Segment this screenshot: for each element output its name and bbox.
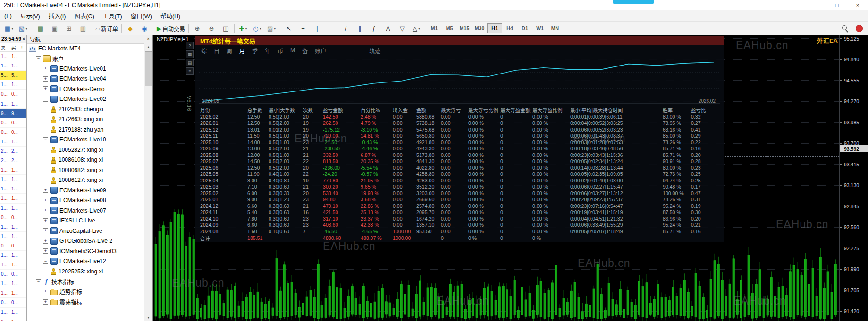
tree-item-10[interactable]: 10052827: xing xi	[27, 145, 144, 155]
tree-item-7[interactable]: 2172663: xing xin	[27, 115, 144, 125]
stats-tab-9[interactable]: 账户	[315, 47, 326, 55]
trendline-button[interactable]: /	[338, 23, 353, 34]
timeframe-h1-button[interactable]: H1	[487, 23, 502, 33]
timeframe-h4-button[interactable]: H4	[502, 23, 517, 33]
menu-item-3[interactable]: 图表(C)	[70, 10, 98, 21]
horizontal-line-button[interactable]: —	[324, 23, 338, 34]
tree-item-12[interactable]: 10080682: xing xi	[27, 165, 144, 175]
menu-item-5[interactable]: 窗口(W)	[126, 10, 156, 21]
text-button[interactable]: A	[381, 23, 395, 34]
chart-area[interactable]: MT4统计每一笔交易 综日周月季年币M备账户轨迹 2024.08 2026.02…	[153, 34, 868, 321]
tree-item-13[interactable]: 10086127: xing xi	[27, 175, 144, 186]
expand-icon[interactable]: +	[43, 218, 48, 223]
tree-item-1[interactable]: −账户	[27, 54, 144, 64]
expand-icon[interactable]: +	[43, 208, 48, 213]
expand-icon[interactable]: +	[43, 248, 48, 254]
chart-mini-button-0[interactable]: ?	[186, 42, 194, 49]
restore-button[interactable]: □	[826, 0, 847, 10]
shapes-button[interactable]: △▾	[409, 23, 423, 34]
auto-trading-button[interactable]: ▶自动交易	[155, 23, 187, 34]
market-watch-row[interactable]: 0...0...	[0, 128, 26, 137]
collapse-icon[interactable]: −	[36, 279, 41, 284]
market-watch-row[interactable]: 2...2...	[0, 156, 26, 165]
stats-tab-0[interactable]: 综	[201, 47, 207, 55]
navigator-close-icon[interactable]: ×	[147, 36, 150, 41]
menu-item-6[interactable]: 帮助(H)	[156, 10, 185, 21]
market-watch-row[interactable]: 0...0...	[0, 270, 26, 279]
market-watch-row[interactable]: 1...1...	[0, 288, 26, 298]
chart-mini-button-2[interactable]: ▤	[186, 59, 194, 66]
tree-item-17[interactable]: +IEXSLLC-Live	[27, 216, 144, 226]
tree-item-21[interactable]: −ECMarkets-Live12	[27, 256, 144, 267]
tree-item-6[interactable]: 2102583: chengxi	[27, 104, 144, 115]
data-window-button[interactable]: ▣	[48, 23, 62, 34]
new-order-button[interactable]: ▱新订单	[93, 23, 120, 34]
market-watch-row[interactable]: 0...0...	[0, 213, 26, 222]
stats-tab-6[interactable]: 币	[278, 47, 283, 55]
fibonacci-button[interactable]: ƒ	[367, 23, 381, 34]
tile-windows-button[interactable]: ◫	[219, 23, 233, 34]
market-watch-row[interactable]: 1...1...	[0, 308, 26, 317]
new-chart-button[interactable]: ▦▾	[2, 23, 16, 34]
arrows-button[interactable]: ▽	[395, 23, 409, 34]
timeframe-m5-button[interactable]: M5	[442, 23, 457, 33]
expand-icon[interactable]: +	[43, 239, 48, 244]
tree-item-20[interactable]: +ICMarketsSC-Demo03	[27, 246, 144, 256]
menu-item-0[interactable]: (F)	[0, 10, 16, 21]
market-watch-row[interactable]: 1...1...	[0, 260, 26, 270]
market-watch-row[interactable]: 1...1...	[0, 61, 26, 71]
crosshair-button[interactable]: +	[296, 23, 310, 34]
market-watch-row[interactable]: 1...1...	[0, 165, 26, 175]
scroll-up-icon[interactable]: ▲	[144, 43, 152, 50]
timeframe-m1-button[interactable]: M1	[427, 23, 442, 33]
cursor-button[interactable]: ↖	[282, 23, 296, 34]
tree-item-19[interactable]: +GTCGlobalSA-Live 2	[27, 236, 144, 247]
tree-item-16[interactable]: +ECMarkets-Live07	[27, 206, 144, 216]
navigator-scrollbar[interactable]: ▲ ▼	[144, 43, 152, 321]
alert-button[interactable]	[852, 23, 866, 34]
chart-profiles-button[interactable]: ▧▾	[16, 23, 30, 34]
collapse-icon[interactable]: −	[36, 56, 41, 61]
scroll-thumb[interactable]	[145, 51, 152, 86]
mql5-button[interactable]: ◆	[123, 23, 137, 34]
tree-item-24[interactable]: +趋势指标	[27, 287, 144, 297]
tree-item-2[interactable]: +ECMarkets-Live01	[27, 64, 144, 74]
menu-item-4[interactable]: 工具(T)	[99, 10, 126, 21]
expand-icon[interactable]: +	[43, 188, 48, 193]
expand-icon[interactable]: +	[43, 86, 48, 91]
tree-item-15[interactable]: +ECMarkets-Live08	[27, 196, 144, 206]
period-button[interactable]: ◷▾	[250, 23, 264, 34]
tree-item-11[interactable]: 10086108: xing xi	[27, 155, 144, 165]
expand-icon[interactable]: +	[43, 228, 48, 233]
stats-tab-8[interactable]: 备	[302, 47, 308, 55]
timeframe-m30-button[interactable]: M30	[472, 23, 487, 33]
market-watch-row[interactable]: 1...1...	[0, 232, 26, 241]
tree-item-22[interactable]: 12025253: xing xi	[27, 266, 144, 277]
expand-icon[interactable]: +	[43, 299, 48, 305]
navigator-button[interactable]: ⊞	[62, 23, 76, 34]
market-watch-row[interactable]: 1...1...	[0, 194, 26, 203]
channel-button[interactable]: ∥	[353, 23, 367, 34]
collapse-icon[interactable]: −	[43, 97, 48, 102]
timeframe-m15-button[interactable]: M15	[457, 23, 472, 33]
market-watch-row[interactable]: 1...1...	[0, 279, 26, 288]
stats-tab-1[interactable]: 日	[214, 47, 219, 55]
market-watch-row[interactable]: 5...5...	[0, 71, 26, 80]
expand-icon[interactable]: +	[43, 66, 48, 71]
community-button[interactable]: ◉	[137, 23, 152, 34]
tree-item-18[interactable]: +AnzoCapital-Live	[27, 226, 144, 236]
chart-mini-button-1[interactable]: ▦	[186, 50, 194, 58]
zoom-out-button[interactable]: ⊖	[204, 23, 219, 34]
market-watch-close-icon[interactable]: ×	[22, 36, 25, 41]
close-button[interactable]: ×	[847, 0, 868, 10]
timeframe-w1-button[interactable]: W1	[532, 23, 548, 33]
add-indicator-button[interactable]: ✚▾	[236, 23, 250, 34]
market-watch-row[interactable]: 1...1...	[0, 317, 26, 321]
vertical-line-button[interactable]: |	[310, 23, 324, 34]
market-watch-row[interactable]: 1...1...	[0, 52, 26, 61]
market-watch-row[interactable]: 1...1...	[0, 175, 26, 184]
market-watch-row[interactable]: 1...1...	[0, 137, 26, 147]
stats-tab-4[interactable]: 季	[252, 47, 258, 55]
tree-item-9[interactable]: −ECMarkets-Live10	[27, 135, 144, 145]
market-watch-row[interactable]: 1...1...	[0, 184, 26, 194]
